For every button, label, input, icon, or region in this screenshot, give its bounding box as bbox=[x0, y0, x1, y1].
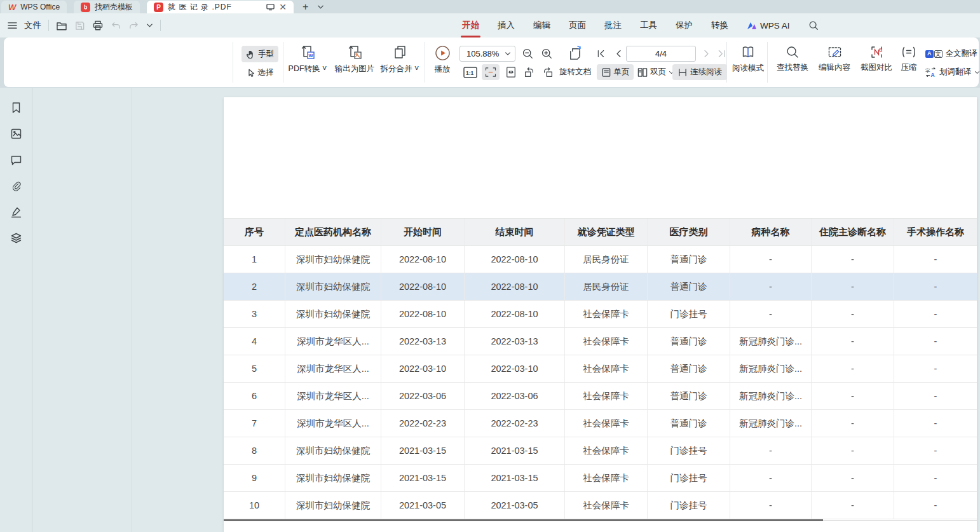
tab-list-chevron-icon[interactable] bbox=[317, 4, 324, 10]
menu-item[interactable]: 插入 bbox=[498, 20, 515, 31]
table-cell: 2021-03-05 bbox=[381, 492, 465, 519]
word-translate-button[interactable]: 字 A 划词翻译 bbox=[925, 67, 980, 78]
last-page-button[interactable] bbox=[714, 46, 728, 60]
table-header-cell: 结束时间 bbox=[465, 219, 565, 245]
table-cell: - bbox=[812, 410, 894, 437]
previous-page-icon bbox=[614, 49, 623, 58]
zoom-level-combobox[interactable]: 105.88% bbox=[459, 46, 515, 62]
split-merge-button[interactable]: 拆分合并 ˅ bbox=[378, 44, 422, 74]
pdf-convert-button[interactable]: W PDF转换 ˅ bbox=[283, 44, 332, 74]
edit-content-button[interactable]: 编辑内容 bbox=[813, 45, 855, 73]
zoom-in-icon bbox=[541, 48, 554, 60]
table-cell: 新冠肺炎门诊... bbox=[730, 410, 812, 437]
zoom-level-value: 105.88% bbox=[466, 49, 505, 58]
menu-item[interactable]: 工具 bbox=[640, 20, 657, 31]
open-file-icon[interactable] bbox=[56, 20, 67, 31]
table-cell: - bbox=[894, 273, 977, 300]
full-translate-button[interactable]: A文 全文翻译 bbox=[925, 48, 977, 59]
compress-button[interactable]: 压缩 bbox=[894, 45, 924, 73]
split-screen-icon[interactable] bbox=[266, 3, 275, 11]
table-cell: - bbox=[812, 246, 894, 273]
hamburger-menu-icon[interactable] bbox=[8, 22, 17, 29]
table-cell: - bbox=[730, 246, 812, 273]
select-tool-button[interactable]: 选择 bbox=[242, 64, 278, 81]
menu-item[interactable]: 转换 bbox=[711, 20, 728, 31]
previous-page-button[interactable] bbox=[611, 46, 625, 60]
reading-mode-button[interactable]: 阅读模式 bbox=[728, 45, 768, 74]
edit-content-icon bbox=[827, 45, 842, 59]
find-replace-button[interactable]: 查找替换 bbox=[772, 45, 813, 73]
bookmark-icon[interactable] bbox=[10, 102, 22, 114]
tab-label: WPS Office bbox=[20, 3, 60, 11]
page-indicator-field[interactable]: 4/4 bbox=[626, 46, 696, 62]
table-cell: 居民身份证 bbox=[565, 273, 648, 300]
comments-icon[interactable] bbox=[10, 154, 22, 166]
table-cell: - bbox=[812, 355, 894, 382]
table-cell: 门诊挂号 bbox=[648, 465, 730, 491]
table-row: 6深圳市龙华区人...2022-03-062022-03-06社会保障卡普通门诊… bbox=[224, 383, 977, 410]
zoom-in-button[interactable] bbox=[539, 46, 555, 62]
tab-label: 就 医 记 录 .PDF bbox=[168, 2, 262, 13]
menu-item[interactable]: 页面 bbox=[569, 20, 586, 31]
table-row: 5深圳市龙华区人...2022-03-102022-03-10社会保障卡普通门诊… bbox=[224, 355, 977, 383]
rotate-left-button[interactable] bbox=[521, 65, 536, 79]
search-icon[interactable] bbox=[808, 20, 819, 31]
table-cell: 深圳市妇幼保健院 bbox=[285, 492, 381, 519]
single-page-button[interactable]: 单页 bbox=[597, 64, 634, 80]
redo-icon[interactable] bbox=[128, 21, 139, 31]
table-cell: 深圳市妇幼保健院 bbox=[285, 301, 381, 327]
table-cell: 深圳市妇幼保健院 bbox=[285, 273, 381, 300]
table-cell: 社会保障卡 bbox=[565, 383, 648, 409]
fit-page-button[interactable] bbox=[503, 65, 519, 79]
tab-pdf-document[interactable]: P 就 医 记 录 .PDF ✕ bbox=[147, 1, 294, 13]
layers-icon[interactable] bbox=[10, 232, 22, 244]
wps-ai-icon bbox=[747, 22, 757, 30]
continuous-read-button[interactable]: 连续阅读 bbox=[672, 64, 727, 80]
double-page-button[interactable]: 双页 bbox=[636, 64, 676, 80]
svg-text:字: 字 bbox=[925, 68, 930, 74]
play-button[interactable]: 播放 bbox=[427, 45, 458, 75]
hand-tool-button[interactable]: 手型 bbox=[242, 46, 278, 62]
table-cell: 普通门诊 bbox=[648, 273, 730, 300]
export-image-button[interactable]: 输出为图片 bbox=[332, 44, 378, 74]
thumbnails-icon[interactable] bbox=[10, 128, 22, 140]
close-tab-icon[interactable]: ✕ bbox=[279, 3, 287, 11]
wps-ai-button[interactable]: WPS AI bbox=[747, 21, 790, 31]
restore-pages-button[interactable] bbox=[564, 44, 585, 63]
menu-item[interactable]: 开始 bbox=[462, 20, 479, 31]
menu-item[interactable]: 保护 bbox=[676, 20, 693, 31]
table-cell: 2022-03-10 bbox=[381, 355, 465, 382]
print-icon[interactable] bbox=[92, 20, 104, 31]
table-header-cell: 病种名称 bbox=[730, 219, 812, 245]
file-menu-button[interactable]: 文件 bbox=[24, 20, 41, 31]
actual-size-button[interactable]: 1:1 bbox=[463, 65, 478, 79]
new-tab-icon[interactable]: + bbox=[303, 1, 308, 13]
tab-docer-templates[interactable]: 找稻壳模板 bbox=[74, 1, 140, 13]
table-cell: 深圳市妇幼保健院 bbox=[285, 246, 381, 273]
zoom-out-button[interactable] bbox=[520, 46, 536, 62]
next-page-button[interactable] bbox=[699, 46, 713, 60]
menu-item[interactable]: 编辑 bbox=[533, 20, 550, 31]
table-row: 3深圳市妇幼保健院2022-08-102022-08-10社会保障卡门诊挂号--… bbox=[224, 301, 977, 328]
menu-items: 开始插入编辑页面批注工具保护转换 bbox=[462, 20, 728, 31]
rotate-right-button[interactable] bbox=[540, 65, 555, 79]
menu-item[interactable]: 批注 bbox=[604, 20, 622, 31]
rotate-document-button[interactable]: 旋转文档 bbox=[559, 67, 591, 78]
table-row: 7深圳市龙华区人...2022-02-232022-02-23社会保障卡普通门诊… bbox=[224, 410, 977, 437]
table-cell: 5 bbox=[224, 355, 285, 382]
table-cell: 10 bbox=[224, 492, 285, 519]
table-header-row: 序号定点医药机构名称开始时间结束时间就诊凭证类型医疗类别病种名称住院主诊断名称手… bbox=[224, 218, 977, 246]
undo-icon[interactable] bbox=[111, 21, 121, 31]
quick-access-chevron-icon[interactable] bbox=[146, 23, 153, 28]
fit-width-button[interactable] bbox=[482, 64, 500, 80]
table-scrollbar bbox=[224, 519, 823, 521]
screenshot-compare-button[interactable]: 截图对比 bbox=[855, 45, 897, 73]
tab-wps-home[interactable]: W WPS Office bbox=[1, 1, 67, 13]
table-cell: 社会保障卡 bbox=[565, 355, 648, 382]
signature-icon[interactable] bbox=[10, 206, 22, 218]
first-page-button[interactable] bbox=[594, 46, 608, 60]
attachment-icon[interactable] bbox=[10, 180, 22, 192]
table-row: 10深圳市妇幼保健院2021-03-052021-03-05社会保障卡门诊挂号-… bbox=[224, 492, 977, 519]
table-cell: - bbox=[730, 492, 812, 519]
save-icon[interactable] bbox=[74, 20, 85, 31]
